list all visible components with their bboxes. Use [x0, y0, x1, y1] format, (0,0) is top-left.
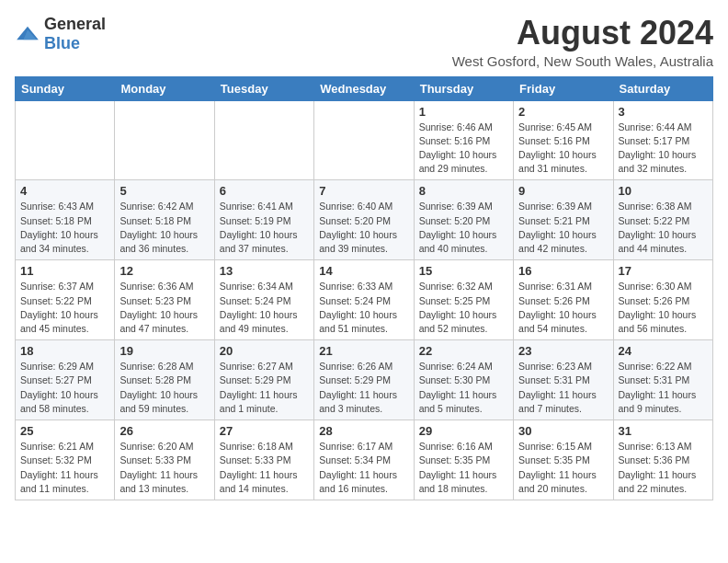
day-number: 15: [419, 264, 508, 278]
day-detail: Sunrise: 6:39 AMSunset: 5:21 PMDaylight:…: [518, 200, 608, 256]
day-detail: Sunrise: 6:30 AMSunset: 5:26 PMDaylight:…: [619, 280, 708, 336]
logo-text: General Blue: [44, 15, 106, 53]
day-detail: Sunrise: 6:21 AMSunset: 5:32 PMDaylight:…: [20, 440, 109, 496]
calendar-cell: 8 Sunrise: 6:39 AMSunset: 5:20 PMDayligh…: [414, 180, 513, 260]
day-detail: Sunrise: 6:31 AMSunset: 5:26 PMDaylight:…: [518, 280, 608, 336]
day-number: 6: [220, 184, 309, 198]
day-number: 8: [419, 184, 508, 198]
day-number: 18: [20, 344, 109, 358]
day-number: 2: [518, 105, 608, 119]
day-number: 27: [220, 424, 309, 438]
day-detail: Sunrise: 6:27 AMSunset: 5:29 PMDaylight:…: [220, 360, 309, 416]
header-saturday: Saturday: [613, 76, 712, 100]
day-number: 16: [518, 264, 608, 278]
day-detail: Sunrise: 6:13 AMSunset: 5:36 PMDaylight:…: [619, 440, 708, 496]
day-detail: Sunrise: 6:17 AMSunset: 5:34 PMDaylight:…: [319, 440, 408, 496]
weekday-header-row: Sunday Monday Tuesday Wednesday Thursday…: [16, 76, 713, 100]
page-header: General Blue August 2024 West Gosford, N…: [15, 15, 713, 69]
calendar-cell: 11 Sunrise: 6:37 AMSunset: 5:22 PMDaylig…: [16, 260, 115, 340]
day-number: 24: [619, 344, 708, 358]
day-detail: Sunrise: 6:37 AMSunset: 5:22 PMDaylight:…: [20, 280, 109, 336]
day-detail: Sunrise: 6:15 AMSunset: 5:35 PMDaylight:…: [518, 440, 608, 496]
day-detail: Sunrise: 6:26 AMSunset: 5:29 PMDaylight:…: [319, 360, 408, 416]
calendar-cell: 7 Sunrise: 6:40 AMSunset: 5:20 PMDayligh…: [314, 180, 414, 260]
calendar-cell: [314, 100, 414, 180]
day-number: 30: [518, 424, 608, 438]
day-number: 23: [518, 344, 608, 358]
day-number: 11: [20, 264, 109, 278]
day-number: 28: [319, 424, 408, 438]
title-block: August 2024 West Gosford, New South Wale…: [452, 15, 713, 69]
day-detail: Sunrise: 6:23 AMSunset: 5:31 PMDaylight:…: [518, 360, 608, 416]
calendar-cell: 19 Sunrise: 6:28 AMSunset: 5:28 PMDaylig…: [115, 340, 214, 420]
calendar-cell: 28 Sunrise: 6:17 AMSunset: 5:34 PMDaylig…: [314, 420, 414, 500]
logo-blue: Blue: [44, 34, 80, 52]
location: West Gosford, New South Wales, Australia: [452, 53, 713, 69]
day-detail: Sunrise: 6:38 AMSunset: 5:22 PMDaylight:…: [619, 200, 708, 256]
day-number: 25: [20, 424, 109, 438]
header-tuesday: Tuesday: [214, 76, 313, 100]
header-sunday: Sunday: [16, 76, 115, 100]
calendar-cell: 9 Sunrise: 6:39 AMSunset: 5:21 PMDayligh…: [514, 180, 613, 260]
day-number: 9: [518, 184, 608, 198]
day-detail: Sunrise: 6:28 AMSunset: 5:28 PMDaylight:…: [119, 360, 209, 416]
calendar-cell: 23 Sunrise: 6:23 AMSunset: 5:31 PMDaylig…: [514, 340, 613, 420]
logo-general: General: [44, 15, 106, 33]
day-number: 22: [419, 344, 508, 358]
day-number: 17: [619, 264, 708, 278]
day-detail: Sunrise: 6:20 AMSunset: 5:33 PMDaylight:…: [119, 440, 209, 496]
calendar-week-5: 25 Sunrise: 6:21 AMSunset: 5:32 PMDaylig…: [16, 420, 713, 500]
calendar-cell: 1 Sunrise: 6:46 AMSunset: 5:16 PMDayligh…: [414, 100, 513, 180]
header-wednesday: Wednesday: [314, 76, 414, 100]
day-number: 31: [619, 424, 708, 438]
day-number: 4: [20, 184, 109, 198]
calendar-cell: 26 Sunrise: 6:20 AMSunset: 5:33 PMDaylig…: [115, 420, 214, 500]
day-detail: Sunrise: 6:40 AMSunset: 5:20 PMDaylight:…: [319, 200, 408, 256]
day-detail: Sunrise: 6:44 AMSunset: 5:17 PMDaylight:…: [619, 121, 708, 177]
day-detail: Sunrise: 6:32 AMSunset: 5:25 PMDaylight:…: [419, 280, 508, 336]
calendar-cell: [214, 100, 313, 180]
day-detail: Sunrise: 6:36 AMSunset: 5:23 PMDaylight:…: [119, 280, 209, 336]
calendar-cell: 24 Sunrise: 6:22 AMSunset: 5:31 PMDaylig…: [613, 340, 712, 420]
day-detail: Sunrise: 6:29 AMSunset: 5:27 PMDaylight:…: [20, 360, 109, 416]
calendar-cell: 14 Sunrise: 6:33 AMSunset: 5:24 PMDaylig…: [314, 260, 414, 340]
day-detail: Sunrise: 6:39 AMSunset: 5:20 PMDaylight:…: [419, 200, 508, 256]
day-detail: Sunrise: 6:16 AMSunset: 5:35 PMDaylight:…: [419, 440, 508, 496]
calendar-cell: 27 Sunrise: 6:18 AMSunset: 5:33 PMDaylig…: [214, 420, 313, 500]
calendar-cell: 15 Sunrise: 6:32 AMSunset: 5:25 PMDaylig…: [414, 260, 513, 340]
logo-icon: [15, 25, 40, 43]
calendar-cell: 5 Sunrise: 6:42 AMSunset: 5:18 PMDayligh…: [115, 180, 214, 260]
calendar-cell: 13 Sunrise: 6:34 AMSunset: 5:24 PMDaylig…: [214, 260, 313, 340]
day-number: 14: [319, 264, 408, 278]
calendar-cell: 2 Sunrise: 6:45 AMSunset: 5:16 PMDayligh…: [514, 100, 613, 180]
calendar-week-4: 18 Sunrise: 6:29 AMSunset: 5:27 PMDaylig…: [16, 340, 713, 420]
day-detail: Sunrise: 6:41 AMSunset: 5:19 PMDaylight:…: [220, 200, 309, 256]
calendar-cell: 20 Sunrise: 6:27 AMSunset: 5:29 PMDaylig…: [214, 340, 313, 420]
calendar-cell: 18 Sunrise: 6:29 AMSunset: 5:27 PMDaylig…: [16, 340, 115, 420]
day-number: 7: [319, 184, 408, 198]
calendar-cell: 31 Sunrise: 6:13 AMSunset: 5:36 PMDaylig…: [613, 420, 712, 500]
day-number: 26: [119, 424, 209, 438]
logo: General Blue: [15, 15, 106, 53]
calendar-week-3: 11 Sunrise: 6:37 AMSunset: 5:22 PMDaylig…: [16, 260, 713, 340]
calendar-cell: 17 Sunrise: 6:30 AMSunset: 5:26 PMDaylig…: [613, 260, 712, 340]
day-number: 19: [119, 344, 209, 358]
header-thursday: Thursday: [414, 76, 513, 100]
calendar-cell: 22 Sunrise: 6:24 AMSunset: 5:30 PMDaylig…: [414, 340, 513, 420]
calendar-week-1: 1 Sunrise: 6:46 AMSunset: 5:16 PMDayligh…: [16, 100, 713, 180]
day-detail: Sunrise: 6:45 AMSunset: 5:16 PMDaylight:…: [518, 121, 608, 177]
calendar-cell: 21 Sunrise: 6:26 AMSunset: 5:29 PMDaylig…: [314, 340, 414, 420]
calendar-cell: 4 Sunrise: 6:43 AMSunset: 5:18 PMDayligh…: [16, 180, 115, 260]
calendar-cell: 25 Sunrise: 6:21 AMSunset: 5:32 PMDaylig…: [16, 420, 115, 500]
calendar-cell: 12 Sunrise: 6:36 AMSunset: 5:23 PMDaylig…: [115, 260, 214, 340]
day-number: 29: [419, 424, 508, 438]
month-year: August 2024: [452, 15, 713, 52]
calendar-cell: 3 Sunrise: 6:44 AMSunset: 5:17 PMDayligh…: [613, 100, 712, 180]
calendar-cell: [115, 100, 214, 180]
day-detail: Sunrise: 6:43 AMSunset: 5:18 PMDaylight:…: [20, 200, 109, 256]
day-number: 20: [220, 344, 309, 358]
calendar-cell: [16, 100, 115, 180]
day-detail: Sunrise: 6:22 AMSunset: 5:31 PMDaylight:…: [619, 360, 708, 416]
day-number: 12: [119, 264, 209, 278]
calendar-cell: 10 Sunrise: 6:38 AMSunset: 5:22 PMDaylig…: [613, 180, 712, 260]
